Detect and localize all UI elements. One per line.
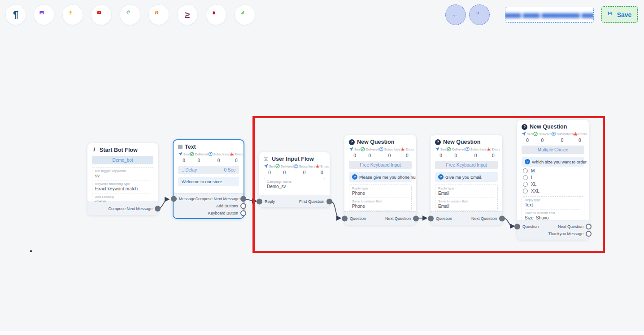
node-title: User Input Flow xyxy=(272,156,314,162)
keyboard-button-port[interactable] xyxy=(240,210,246,216)
bot-name-button[interactable]: Demo_bot xyxy=(92,156,153,164)
toolbar-sequence-button[interactable] xyxy=(235,4,255,25)
add-buttons-action[interactable]: Add Buttons xyxy=(216,204,238,208)
first-question-action[interactable]: First Question xyxy=(299,199,324,204)
first-question-port[interactable] xyxy=(326,198,332,204)
message-input-port[interactable] xyxy=(171,196,177,202)
keyboard-button-action[interactable]: Keyboard Button xyxy=(208,211,238,215)
node-title: New Question xyxy=(443,139,480,145)
stat-value: 0 xyxy=(533,138,552,143)
question-input-port[interactable] xyxy=(428,215,434,221)
question-icon xyxy=(352,174,357,180)
stat-label: Sent xyxy=(269,165,275,168)
save-button[interactable]: Save xyxy=(601,6,638,23)
person-icon xyxy=(92,147,97,153)
stat-label: Delivered xyxy=(195,153,208,156)
node-new-question-size[interactable]: New Question Sent0Delivered0Subscribers0… xyxy=(517,120,589,240)
next-question-action[interactable]: Next Question xyxy=(558,224,583,229)
option-xl[interactable]: XL xyxy=(523,182,584,187)
node-new-question-email[interactable]: New Question Sent0Delivered0Subscribers0… xyxy=(431,135,502,225)
flow-name-input[interactable]: ▆▆▆▆ ▆▆▆▆ ▆▆▆▆▆▆▆▆▆ ▆▆▆ xyxy=(505,7,594,23)
reply-type-button[interactable]: Free Keyboard Input xyxy=(349,161,412,169)
field-save-to: Save to custom fieldSize_Shuvo xyxy=(525,210,581,220)
stat-errors: Errors0 xyxy=(487,147,500,158)
node-start-bot-flow[interactable]: Start Bot Flow Demo_bot Bot trigger keyw… xyxy=(87,143,158,215)
stat-value: 0 xyxy=(522,138,533,143)
stat-errors: Errors0 xyxy=(230,152,244,163)
compose-next-message-port[interactable] xyxy=(240,196,246,202)
stat-value: 0 xyxy=(487,153,500,158)
question-text-box[interactable]: Give me you Email. xyxy=(435,172,498,182)
node-user-input-flow[interactable]: User Input Flow Sent0Delivered0Subscribe… xyxy=(259,152,330,207)
toolbar-audio-button[interactable] xyxy=(62,4,83,25)
next-question-action[interactable]: Next Question xyxy=(385,216,411,221)
option-l[interactable]: L xyxy=(523,175,584,180)
toolbar-user-input-button[interactable]: ≥ xyxy=(177,4,198,25)
radio-icon[interactable] xyxy=(523,175,528,180)
node-text-message[interactable]: Text Sent0Delivered0Subscribers0Errors0 … xyxy=(173,139,244,219)
pilcrow-icon: ¶ xyxy=(13,10,18,20)
next-question-action[interactable]: Next Question xyxy=(471,216,497,221)
radio-icon[interactable] xyxy=(523,189,528,193)
thankyou-message-action[interactable]: Thankyou Message xyxy=(548,232,583,236)
reply-fields: Reply typeEmail Save to system fieldEmai… xyxy=(435,185,498,211)
question-input-port[interactable] xyxy=(342,215,348,221)
question-input-port[interactable] xyxy=(514,223,520,229)
delay-row[interactable]: .. Delay0 Sec xyxy=(178,166,239,174)
keyboard-icon xyxy=(264,157,270,161)
field-label: Bot trigger keywords xyxy=(95,169,150,173)
stat-label: Errors xyxy=(492,148,500,151)
toolbar-ecommerce-button[interactable] xyxy=(148,4,169,25)
question-text-box[interactable]: Which size you want to order. xyxy=(522,157,584,167)
stat-value: 0 xyxy=(552,138,573,143)
radio-icon[interactable] xyxy=(523,168,528,173)
fit-view-button[interactable] xyxy=(469,4,490,25)
reply-type-button[interactable]: Multiple Choice xyxy=(522,146,584,154)
stats-row: Sent0Delivered0Subscribers0Errors0 xyxy=(435,147,498,158)
field-value: Size_Shuvo xyxy=(525,215,581,220)
compose-next-message-port[interactable] xyxy=(155,206,161,211)
compose-next-message-action[interactable]: Compose Next Message xyxy=(196,197,240,201)
thankyou-message-port[interactable] xyxy=(586,231,592,236)
stat-label: Subscribers xyxy=(384,148,400,151)
toolbar-video-button[interactable] xyxy=(91,4,112,25)
stat-sent: Sent0 xyxy=(522,132,533,143)
back-button[interactable]: ← xyxy=(445,4,466,25)
question-text-box[interactable]: Please give me you phone number. xyxy=(349,172,412,182)
subscribers-icon xyxy=(379,147,383,151)
stats-row: Sent0Delivered0Subscribers0Errors0 xyxy=(349,147,412,158)
stat-subscribers: Subscribers0 xyxy=(552,132,573,143)
stat-label: Sent xyxy=(527,133,533,136)
message-text-box[interactable]: Welcome to our store. xyxy=(178,177,239,186)
stat-label: Subscribers xyxy=(299,165,315,168)
stat-sent: Sent0 xyxy=(178,152,190,163)
toolbar-drip-button[interactable] xyxy=(206,4,226,25)
sent-icon xyxy=(264,164,268,168)
bot-settings-fields: Bot trigger keywordssv Keyword matching … xyxy=(92,167,153,202)
toolbar-text-button[interactable]: ¶ xyxy=(5,4,26,25)
reply-input-port[interactable] xyxy=(257,198,262,204)
input-port-label: Question xyxy=(522,224,539,229)
option-xxl[interactable]: XXL xyxy=(523,189,584,193)
add-buttons-port[interactable] xyxy=(240,203,246,209)
field-label: Save to system field xyxy=(438,199,495,203)
radio-icon[interactable] xyxy=(523,182,528,187)
toolbar-image-button[interactable] xyxy=(34,4,54,25)
toolbar-file-button[interactable] xyxy=(120,4,140,25)
option-m[interactable]: M xyxy=(523,168,584,173)
delay-value: 0 Sec xyxy=(224,168,235,172)
next-question-port[interactable] xyxy=(499,215,505,221)
stat-delivered: Delivered0 xyxy=(447,147,465,158)
stat-label: Errors xyxy=(235,153,244,156)
compose-next-message-action[interactable]: Compose Next Message xyxy=(108,206,152,211)
input-port-label: Question xyxy=(350,216,366,221)
sent-icon xyxy=(349,147,353,151)
node-new-question-phone[interactable]: New Question Sent0Delivered0Subscribers0… xyxy=(344,135,416,225)
next-question-port[interactable] xyxy=(413,215,419,221)
reply-type-button[interactable]: Free Keyboard Input xyxy=(435,161,498,169)
stat-delivered: Delivered0 xyxy=(190,152,208,163)
fit-view-icon xyxy=(475,11,483,19)
stat-value: 0 xyxy=(264,170,275,175)
field-label: Reply type xyxy=(438,186,495,190)
next-question-port[interactable] xyxy=(586,223,592,229)
